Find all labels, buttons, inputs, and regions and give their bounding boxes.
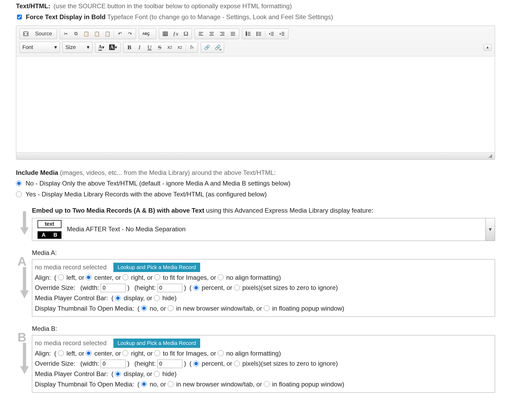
align-left-label: left, or <box>67 273 84 282</box>
media-b-width-input[interactable] <box>101 360 126 368</box>
media-b-unit-pixels[interactable] <box>234 361 240 367</box>
media-a-lookup-button[interactable]: Lookup and Pick a Media Record <box>113 263 200 272</box>
media-a-unit-pixels[interactable] <box>234 285 240 291</box>
align-right-icon[interactable] <box>218 30 227 38</box>
media-a-thumb-pop[interactable] <box>264 305 270 311</box>
media-b-align-right[interactable] <box>122 350 128 356</box>
font-dropdown[interactable]: Font▾ <box>19 42 60 53</box>
source-toggle-icon[interactable] <box>21 30 30 38</box>
media-b-thumb-new[interactable] <box>168 381 174 387</box>
media-b-lookup-button[interactable]: Lookup and Pick a Media Record <box>113 339 200 348</box>
height-label: (height: <box>134 283 156 293</box>
include-media-title-hint: (images, videos, etc... from the Media L… <box>58 169 276 176</box>
media-b-height-input[interactable] <box>157 360 182 368</box>
redo-icon[interactable]: ↷ <box>126 30 134 38</box>
link-icon[interactable]: 🔗 <box>203 43 212 52</box>
align-justify-icon[interactable] <box>228 30 237 38</box>
align-right-label: right, or <box>131 273 153 282</box>
strike-icon[interactable]: S <box>155 43 164 52</box>
svg-marker-9 <box>20 227 29 235</box>
media-a-title: Media A: <box>32 248 495 258</box>
subscript-icon[interactable]: x2 <box>166 43 174 52</box>
media-a-height-input[interactable] <box>157 284 182 292</box>
paste-icon[interactable]: 📋 <box>82 30 91 38</box>
media-b-ctrl-hide[interactable] <box>154 371 160 377</box>
svg-rect-12 <box>23 343 26 367</box>
media-a-none: no media record selected <box>35 263 106 272</box>
size-dropdown[interactable]: Size▾ <box>63 42 92 53</box>
media-a-thumb-new[interactable] <box>168 305 174 311</box>
media-b-thumb-pop[interactable] <box>264 381 270 387</box>
formula-icon[interactable]: ƒx <box>171 30 180 38</box>
paste-word-icon[interactable]: 📋 <box>103 30 112 38</box>
ctrlbar-label: Media Player Control Bar: <box>35 369 108 379</box>
include-media-yes[interactable]: Yes - Display Media Library Records with… <box>16 190 495 199</box>
media-b-ctrl-display[interactable] <box>115 371 121 377</box>
media-layout-select[interactable]: text AB Media AFTER Text - No Media Sepa… <box>32 218 495 241</box>
media-a-width-input[interactable] <box>101 284 126 292</box>
include-media-no[interactable]: No - Display Only the above Text/HTML (d… <box>16 179 495 188</box>
chevron-down-icon[interactable]: ▼ <box>485 218 495 241</box>
texthtml-label: Text/HTML: <box>16 2 50 11</box>
align-fit-label: to fit for Images, or <box>163 273 216 282</box>
resize-handle-icon[interactable] <box>488 154 492 158</box>
text-color-icon[interactable]: A▾ <box>97 43 106 52</box>
media-b-align-center[interactable] <box>86 350 92 356</box>
align-label: Align: <box>35 273 51 282</box>
ctrl-hide-label: hide) <box>162 294 176 303</box>
media-a-frame: no media record selected Lookup and Pick… <box>32 259 495 317</box>
editor-content-area[interactable] <box>16 56 495 152</box>
cut-icon[interactable]: ✂ <box>61 30 70 38</box>
spellcheck-icon[interactable]: ABC✓ <box>141 30 154 38</box>
include-media-yes-radio[interactable] <box>16 191 22 197</box>
include-media-no-label: No - Display Only the above Text/HTML (d… <box>26 179 290 188</box>
svg-point-7 <box>257 35 258 36</box>
bg-color-icon[interactable]: A▾ <box>108 43 119 52</box>
media-b-unit-percent[interactable] <box>193 361 199 367</box>
numbered-list-icon[interactable]: 123 <box>244 30 253 38</box>
include-media-section: Include Media (images, videos, etc... fr… <box>16 168 495 199</box>
media-a-align-center[interactable] <box>86 274 92 280</box>
outdent-icon[interactable] <box>267 30 276 38</box>
include-media-yes-label: Yes - Display Media Library Records with… <box>26 190 267 199</box>
media-b-align-none[interactable] <box>218 350 224 356</box>
media-a-unit-percent[interactable] <box>193 285 199 291</box>
media-b-align-left[interactable] <box>58 350 64 356</box>
media-a-align-left[interactable] <box>58 274 64 280</box>
media-a-thumb-no[interactable] <box>141 305 147 311</box>
superscript-icon[interactable]: x2 <box>176 43 184 52</box>
align-left-icon[interactable] <box>196 30 205 38</box>
undo-icon[interactable]: ↶ <box>116 30 124 38</box>
remove-format-icon[interactable]: Ix <box>188 43 196 52</box>
special-char-icon[interactable]: Ω <box>182 30 190 38</box>
media-b-frame: no media record selected Lookup and Pick… <box>32 335 495 393</box>
unlink-icon[interactable]: 🔗✕ <box>213 43 222 52</box>
copy-icon[interactable]: ⧉ <box>72 30 80 38</box>
thumb-no-label: no, or <box>150 304 166 313</box>
media-a-align-none[interactable] <box>218 274 224 280</box>
svg-text:3: 3 <box>246 34 247 36</box>
separator <box>186 44 186 51</box>
media-b-thumb-no[interactable] <box>141 381 147 387</box>
bulleted-list-icon[interactable] <box>254 30 263 38</box>
paste-text-icon[interactable]: 📋 <box>92 30 101 38</box>
separator <box>114 30 114 37</box>
collapse-toolbar-icon[interactable]: ▲ <box>484 44 492 51</box>
include-media-no-radio[interactable] <box>16 180 22 186</box>
ctrl-display-label: display, or <box>123 294 152 303</box>
underline-icon[interactable]: U <box>145 43 154 52</box>
media-a-ctrl-hide[interactable] <box>154 295 160 301</box>
arrow-down-icon <box>19 343 30 377</box>
media-b-none: no media record selected <box>35 339 106 348</box>
media-b-align-fit[interactable] <box>154 350 160 356</box>
italic-icon[interactable]: I <box>135 43 144 52</box>
force-bold-checkbox[interactable] <box>17 15 22 19</box>
align-center-icon[interactable] <box>207 30 216 38</box>
source-button[interactable]: Source <box>32 30 55 38</box>
bold-icon[interactable]: B <box>125 43 134 52</box>
media-a-ctrl-display[interactable] <box>115 295 121 301</box>
indent-icon[interactable] <box>278 30 287 38</box>
media-a-align-fit[interactable] <box>154 274 160 280</box>
table-icon[interactable] <box>161 30 170 38</box>
media-a-align-right[interactable] <box>122 274 128 280</box>
